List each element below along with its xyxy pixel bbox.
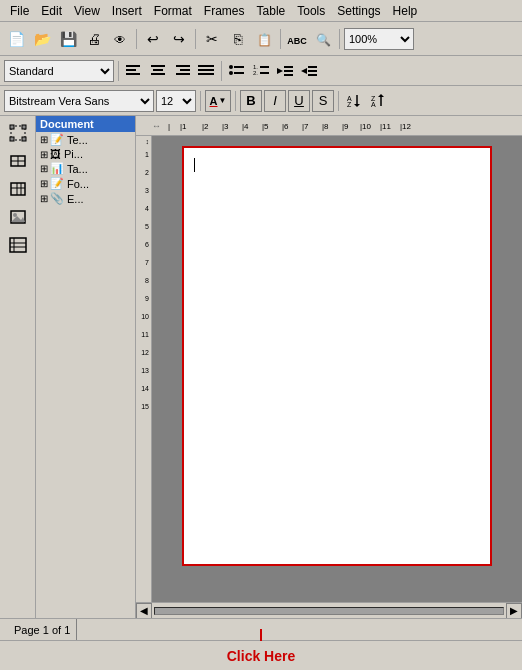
menu-frames[interactable]: Frames <box>198 2 251 20</box>
svg-rect-2 <box>126 73 140 75</box>
menu-tools[interactable]: Tools <box>291 2 331 20</box>
align-left-button[interactable] <box>123 60 145 82</box>
undo-button[interactable] <box>141 27 165 51</box>
ruler-v-8: 8 <box>145 277 149 284</box>
nav-item-0[interactable]: ⊞ 📝 Te... <box>36 132 135 147</box>
page-info: Page 1 of 1 <box>8 619 77 640</box>
nav-label-3: Fo... <box>67 178 89 190</box>
ruler-v-12: 12 <box>141 349 149 356</box>
insert-frame-tool[interactable] <box>4 148 32 174</box>
svg-rect-4 <box>153 69 163 71</box>
horizontal-scrollbar: ◀ ▶ <box>136 602 522 618</box>
font-color-button[interactable]: A ▼ <box>205 90 231 112</box>
svg-rect-3 <box>151 65 165 67</box>
new-button[interactable] <box>4 27 28 51</box>
nav-item-3[interactable]: ⊞ 📝 Fo... <box>36 176 135 191</box>
insert-picture-tool[interactable] <box>4 204 32 230</box>
print-button[interactable] <box>82 27 106 51</box>
font-color-dropdown-icon[interactable]: ▼ <box>219 96 227 105</box>
document-viewport[interactable] <box>152 136 522 602</box>
menu-edit[interactable]: Edit <box>35 2 68 20</box>
svg-point-14 <box>229 71 233 75</box>
italic-button[interactable]: I <box>264 90 286 112</box>
cut-button[interactable] <box>200 27 224 51</box>
sort-desc-button[interactable]: Z A <box>367 90 389 112</box>
ruler-v-4: 4 <box>145 205 149 212</box>
doc-scroll[interactable]: ↕ 1 2 3 4 5 6 7 8 9 10 11 12 13 14 15 <box>136 136 522 602</box>
scroll-right-button[interactable]: ▶ <box>506 603 522 619</box>
click-here-area[interactable]: Click Here <box>0 640 522 670</box>
svg-rect-25 <box>308 66 317 68</box>
find-button[interactable] <box>311 27 335 51</box>
underline-button[interactable]: U <box>288 90 310 112</box>
copy-button[interactable] <box>226 27 250 51</box>
menu-insert[interactable]: Insert <box>106 2 148 20</box>
nav-item-1[interactable]: ⊞ 🖼 Pi... <box>36 147 135 161</box>
svg-rect-0 <box>126 65 140 67</box>
menu-help[interactable]: Help <box>387 2 424 20</box>
font-select[interactable]: Bitstream Vera Sans Arial Times New Roma… <box>4 90 154 112</box>
align-justify-button[interactable] <box>195 60 217 82</box>
ruler-v-7: 7 <box>145 259 149 266</box>
redo-button[interactable] <box>167 27 191 51</box>
spell-button[interactable] <box>285 27 309 51</box>
zoom-select[interactable]: 100% 75% 50% 125% 150% <box>344 28 414 50</box>
ruler-v-10: 10 <box>141 313 149 320</box>
indent-less-button[interactable] <box>298 60 320 82</box>
nav-icon-4: 📎 <box>50 192 64 205</box>
separator-6 <box>221 61 222 81</box>
text-cursor <box>194 158 195 172</box>
nav-item-2[interactable]: ⊞ 📊 Ta... <box>36 161 135 176</box>
align-left-icon <box>126 64 142 78</box>
bold-button[interactable]: B <box>240 90 262 112</box>
menu-view[interactable]: View <box>68 2 106 20</box>
list-ordered-button[interactable]: 1. 2. <box>250 60 272 82</box>
strikethrough-button[interactable]: S <box>312 90 334 112</box>
svg-rect-10 <box>198 69 214 71</box>
menu-format[interactable]: Format <box>148 2 198 20</box>
svg-rect-7 <box>180 69 190 71</box>
nav-item-4[interactable]: ⊞ 📎 E... <box>36 191 135 206</box>
indent-more-button[interactable] <box>274 60 296 82</box>
menubar: File Edit View Insert Format Frames Tabl… <box>0 0 522 22</box>
ruler-3: |3 <box>222 122 229 131</box>
scroll-left-button[interactable]: ◀ <box>136 603 152 619</box>
nav-icon-0: 📝 <box>50 133 64 146</box>
svg-rect-1 <box>126 69 136 71</box>
ruler-v-5: 5 <box>145 223 149 230</box>
ruler-icon: ↔ <box>152 121 161 131</box>
sort-desc-icon: Z A <box>370 93 386 109</box>
align-center-icon <box>150 64 166 78</box>
svg-rect-11 <box>198 73 214 75</box>
navigator-toggle-tool[interactable] <box>4 232 32 258</box>
svg-rect-17 <box>260 66 269 68</box>
svg-rect-39 <box>10 137 14 141</box>
click-here-label[interactable]: Click Here <box>227 648 295 664</box>
ruler-v-14: 14 <box>141 385 149 392</box>
scroll-track[interactable] <box>154 607 504 615</box>
open-icon <box>34 31 51 47</box>
style-select[interactable]: Standard Heading 1 Heading 2 Heading 3 T… <box>4 60 114 82</box>
preview-button[interactable] <box>108 27 132 51</box>
font-size-select[interactable]: 12 891011 14161820 24 <box>156 90 196 112</box>
ruler-6: |6 <box>282 122 289 131</box>
toolbar-paragraph: Standard Heading 1 Heading 2 Heading 3 T… <box>0 56 522 86</box>
open-button[interactable] <box>30 27 54 51</box>
align-right-button[interactable] <box>171 60 193 82</box>
document-page[interactable] <box>182 146 492 566</box>
sort-asc-button[interactable]: A Z <box>343 90 365 112</box>
save-button[interactable] <box>56 27 80 51</box>
ruler-7: |7 <box>302 122 309 131</box>
table-tool[interactable] <box>4 176 32 202</box>
menu-table[interactable]: Table <box>251 2 292 20</box>
menu-settings[interactable]: Settings <box>331 2 386 20</box>
selection-tool[interactable] <box>4 120 32 146</box>
nav-label-4: E... <box>67 193 84 205</box>
save-icon <box>60 31 77 47</box>
menu-file[interactable]: File <box>4 2 35 20</box>
list-unordered-button[interactable] <box>226 60 248 82</box>
paste-button[interactable] <box>252 27 276 51</box>
separator-2 <box>195 29 196 49</box>
preview-icon <box>114 31 126 47</box>
align-center-button[interactable] <box>147 60 169 82</box>
